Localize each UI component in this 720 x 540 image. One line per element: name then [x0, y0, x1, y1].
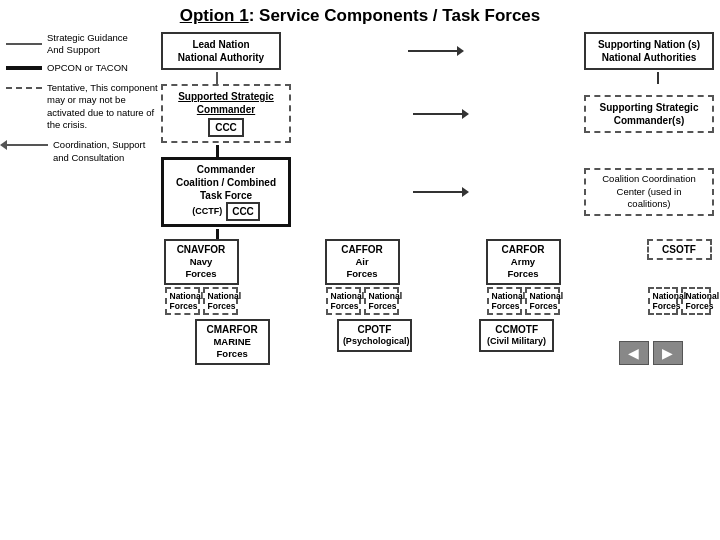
cmarfor-group: CMARFOR MARINE Forces	[192, 319, 272, 365]
ccmotf-group: CCMOTF (Civil Military)	[477, 319, 557, 352]
cctf-to-coalition-arrow	[291, 191, 584, 193]
row-top: Lead Nation National Authority Supportin…	[161, 28, 714, 70]
cctf-box: Commander Coalition / Combined Task Forc…	[161, 157, 291, 227]
cctf-abbrev: (CCTF)	[192, 206, 222, 218]
carfor-box: CARFOR Army Forces	[486, 239, 561, 285]
csotf-box: CSOTF	[647, 239, 712, 260]
strat-arrow	[291, 113, 584, 115]
nat-forces-2: National Forces	[203, 287, 238, 315]
dash-line-icon	[6, 87, 42, 89]
legend-tentative: Tentative, This component may or may not…	[6, 82, 161, 131]
csotf-group: CSOTF	[644, 239, 714, 260]
carfor-group: CARFOR Army Forces	[483, 239, 563, 285]
row-cctf: Commander Coalition / Combined Task Forc…	[161, 157, 714, 227]
cpotf-group: CPOTF (Psychological)	[334, 319, 414, 352]
arrow-icon	[6, 144, 48, 146]
row-bottom: CMARFOR MARINE Forces CPOTF (Psychologic…	[161, 319, 714, 365]
row-forces: CNAVFOR Navy Forces CAFFOR Air Forces CA…	[161, 239, 714, 285]
ccc-badge-2: CCC	[226, 202, 260, 221]
caffor-group: CAFFOR Air Forces	[322, 239, 402, 285]
nat-forces-1: National Forces	[165, 287, 200, 315]
nat-forces-8: National Forces	[681, 287, 711, 315]
supporting-strategic-box: Supporting Strategic Commander(s)	[584, 95, 714, 133]
legend-opcon: OPCON or TACON	[6, 62, 161, 74]
nav-buttons: ◀ ▶	[619, 341, 683, 365]
page-title: Option 1: Service Components / Task Forc…	[0, 0, 720, 28]
lead-to-supporting-arrow	[281, 50, 584, 52]
legend-coordination: Coordination, Support and Consultation	[6, 139, 161, 164]
page: Option 1: Service Components / Task Forc…	[0, 0, 720, 540]
nav-back-button[interactable]: ◀	[619, 341, 649, 365]
lead-nation-box: Lead Nation National Authority	[161, 32, 281, 70]
coalition-box: Coalition Coordination Center (used in c…	[584, 168, 714, 215]
caffor-box: CAFFOR Air Forces	[325, 239, 400, 285]
legend: Strategic Guidance And Support OPCON or …	[6, 28, 161, 532]
cnavfor-group: CNAVFOR Navy Forces	[161, 239, 241, 285]
strategic-guidance-label: Strategic Guidance And Support	[47, 32, 128, 57]
nat-forces-7: National Forces	[648, 287, 678, 315]
coordination-label: Coordination, Support and Consultation	[53, 139, 145, 164]
cmarfor-box: CMARFOR MARINE Forces	[195, 319, 270, 365]
tentative-label: Tentative, This component may or may not…	[47, 82, 161, 131]
thick-line-icon	[6, 66, 42, 70]
nat-forces-4: National Forces	[364, 287, 399, 315]
row-national: National Forces National Forces National…	[161, 287, 714, 315]
supported-strategic-box: Supported Strategic Commander CCC	[161, 84, 291, 143]
opcon-label: OPCON or TACON	[47, 62, 128, 74]
nat-forces-5: National Forces	[487, 287, 522, 315]
ccmotf-box: CCMOTF (Civil Military)	[479, 319, 554, 352]
nat-forces-6: National Forces	[525, 287, 560, 315]
diagram: Lead Nation National Authority Supportin…	[161, 28, 714, 532]
supporting-nation-box: Supporting Nation (s) National Authoriti…	[584, 32, 714, 70]
row-strategic: Supported Strategic Commander CCC Suppor…	[161, 84, 714, 143]
cpotf-box: CPOTF (Psychological)	[337, 319, 412, 352]
thin-line-icon	[6, 43, 42, 45]
cnavfor-box: CNAVFOR Navy Forces	[164, 239, 239, 285]
legend-strategic: Strategic Guidance And Support	[6, 32, 161, 57]
ccc-badge-1: CCC	[208, 118, 244, 137]
nat-forces-3: National Forces	[326, 287, 361, 315]
nav-forward-button[interactable]: ▶	[653, 341, 683, 365]
